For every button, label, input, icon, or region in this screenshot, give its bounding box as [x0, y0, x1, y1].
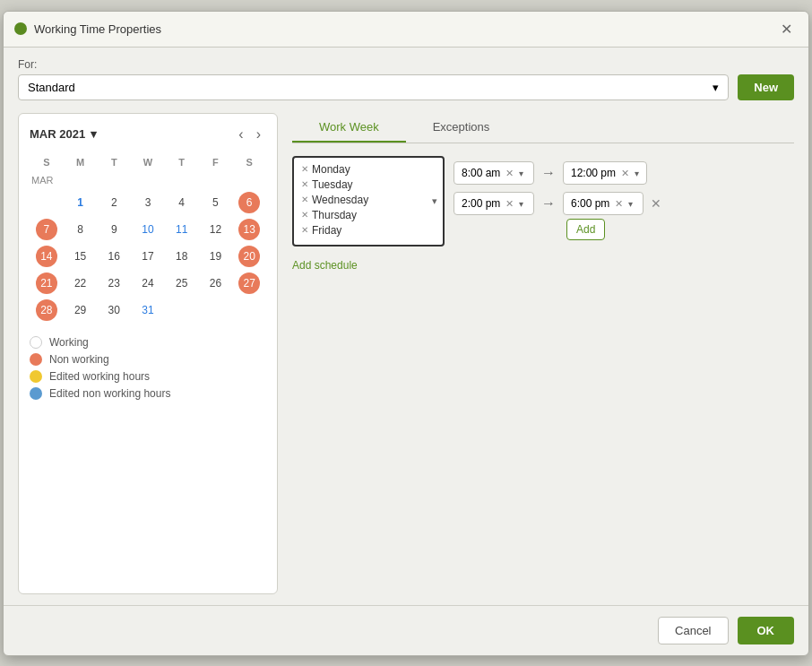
- day-select-arrow-icon: ▾: [432, 195, 437, 207]
- cal-cell-30[interactable]: 30: [97, 297, 131, 324]
- add-time-button[interactable]: Add: [566, 219, 605, 240]
- cal-cell-18[interactable]: 18: [165, 243, 199, 270]
- cal-cell-4[interactable]: 4: [165, 189, 199, 216]
- remove-time-row-2-button[interactable]: ✕: [651, 196, 661, 211]
- tab-exceptions[interactable]: Exceptions: [406, 113, 517, 143]
- day-header-s2: S: [232, 153, 266, 171]
- cal-cell-13[interactable]: 13: [232, 216, 266, 243]
- day-select-box[interactable]: ✕ Monday ✕ Tuesday ✕ Wednesday: [292, 156, 445, 247]
- legend-edited-working: Edited working hours: [30, 370, 266, 383]
- clear-to-time-2-icon[interactable]: ✕: [615, 198, 623, 210]
- to-time-1-dropdown-icon[interactable]: ▾: [635, 169, 639, 178]
- from-time-1-value: 8:00 am: [462, 167, 500, 179]
- day-header-w: W: [131, 153, 165, 171]
- week-row-3: 14 15 16 17 18 19 20: [30, 243, 266, 270]
- clear-from-time-2-icon[interactable]: ✕: [505, 198, 514, 210]
- day-headers-row: S M T W T F S: [30, 153, 266, 171]
- day-header-t2: T: [165, 153, 199, 171]
- tab-work-week-label: Work Week: [319, 120, 379, 134]
- remove-wednesday-button[interactable]: ✕: [301, 195, 308, 204]
- remove-tuesday-button[interactable]: ✕: [301, 179, 308, 189]
- cal-cell-6[interactable]: 6: [232, 189, 266, 216]
- time-group: 8:00 am ✕ ▾ → 12:00 pm ✕ ▾: [454, 161, 661, 240]
- cal-cell-19[interactable]: 19: [199, 243, 233, 270]
- day-wednesday: Wednesday: [312, 194, 368, 206]
- cal-cell-7[interactable]: 7: [30, 216, 64, 243]
- clear-from-time-1-icon[interactable]: ✕: [505, 168, 514, 179]
- from-time-1-dropdown-icon[interactable]: ▾: [519, 169, 523, 178]
- remove-monday-button[interactable]: ✕: [301, 164, 308, 174]
- cal-cell-14[interactable]: 14: [30, 243, 64, 270]
- add-schedule-link[interactable]: Add schedule: [292, 259, 794, 272]
- to-time-1-value: 12:00 pm: [571, 167, 616, 179]
- cal-cell-23[interactable]: 23: [97, 270, 131, 297]
- cal-cell-9[interactable]: 9: [97, 216, 131, 243]
- work-week-content: ✕ Monday ✕ Tuesday ✕ Wednesday: [292, 156, 794, 272]
- day-tag-monday: ✕ Monday: [301, 163, 436, 176]
- clear-to-time-1-icon[interactable]: ✕: [621, 168, 629, 179]
- day-tag-tuesday: ✕ Tuesday: [301, 178, 436, 191]
- cancel-button[interactable]: Cancel: [658, 617, 728, 644]
- week-row-5: 28 29 30 31: [30, 297, 266, 324]
- cal-cell-22[interactable]: 22: [64, 270, 98, 297]
- time-row-2: 2:00 pm ✕ ▾ → 6:00 pm ✕ ▾ ✕: [454, 192, 661, 215]
- app-icon: [14, 22, 27, 35]
- day-tag-thursday: ✕ Thursday: [301, 209, 436, 221]
- cal-cell-21[interactable]: 21: [30, 270, 64, 297]
- legend-non-working: Non working: [30, 353, 266, 366]
- cal-cell-17[interactable]: 17: [131, 243, 165, 270]
- cal-cell-8[interactable]: 8: [64, 216, 98, 243]
- for-label: For:: [18, 58, 794, 71]
- cal-cell-27[interactable]: 27: [232, 270, 266, 297]
- to-time-1[interactable]: 12:00 pm ✕ ▾: [563, 161, 647, 185]
- ok-button[interactable]: OK: [738, 617, 795, 644]
- legend: Working Non working Edited working hours…: [30, 336, 266, 400]
- cal-cell-15[interactable]: 15: [64, 243, 98, 270]
- cal-cell-31[interactable]: 31: [131, 297, 165, 324]
- week-row-1: 1 2 3 4 5 6: [30, 189, 266, 216]
- month-dropdown-icon[interactable]: ▾: [91, 127, 97, 141]
- cal-cell-26[interactable]: 26: [199, 270, 233, 297]
- from-time-2[interactable]: 2:00 pm ✕ ▾: [454, 192, 534, 215]
- to-time-2[interactable]: 6:00 pm ✕ ▾: [563, 192, 644, 215]
- cal-cell-3[interactable]: 3: [131, 189, 165, 216]
- from-time-2-dropdown-icon[interactable]: ▾: [519, 199, 523, 209]
- cal-cell-25[interactable]: 25: [165, 270, 199, 297]
- to-time-2-value: 6:00 pm: [571, 197, 609, 210]
- cal-cell-11[interactable]: 11: [165, 216, 199, 243]
- day-header-t1: T: [97, 153, 131, 171]
- new-button[interactable]: New: [738, 74, 794, 100]
- standard-select[interactable]: Standard: [18, 74, 729, 100]
- to-time-2-dropdown-icon[interactable]: ▾: [628, 199, 633, 209]
- calendar-nav: ‹ ›: [233, 125, 266, 144]
- cal-cell-12[interactable]: 12: [199, 216, 233, 243]
- right-panel: Work Week Exceptions ✕ Monday: [292, 113, 794, 594]
- next-month-button[interactable]: ›: [251, 125, 266, 144]
- cal-cell-10[interactable]: 10: [131, 216, 165, 243]
- close-button[interactable]: ✕: [775, 19, 798, 39]
- cal-cell-24[interactable]: 24: [131, 270, 165, 297]
- month-label-row: MAR: [30, 171, 266, 189]
- prev-month-button[interactable]: ‹: [233, 125, 248, 144]
- working-time-properties-dialog: Working Time Properties ✕ For: Standard …: [3, 11, 809, 656]
- arrow-right-icon-2: →: [541, 195, 556, 212]
- cal-cell-20[interactable]: 20: [232, 243, 266, 270]
- cal-cell-2[interactable]: 2: [97, 189, 131, 216]
- remove-thursday-button[interactable]: ✕: [301, 210, 308, 220]
- cal-empty-1: [165, 297, 199, 324]
- cal-cell-29[interactable]: 29: [64, 297, 98, 324]
- cal-empty-3: [232, 297, 266, 324]
- dialog-footer: Cancel OK: [4, 605, 808, 655]
- cal-cell-1[interactable]: 1: [64, 189, 98, 216]
- tab-work-week[interactable]: Work Week: [292, 113, 406, 143]
- legend-working-label: Working: [49, 336, 89, 349]
- cal-empty-2: [199, 297, 233, 324]
- cal-cell-28[interactable]: 28: [30, 297, 64, 324]
- add-time-row: Add: [454, 219, 661, 240]
- top-row: Standard New: [18, 74, 794, 100]
- legend-non-working-label: Non working: [49, 353, 109, 366]
- remove-friday-button[interactable]: ✕: [301, 225, 308, 235]
- cal-cell-5[interactable]: 5: [199, 189, 233, 216]
- cal-cell-16[interactable]: 16: [97, 243, 131, 270]
- from-time-1[interactable]: 8:00 am ✕ ▾: [454, 161, 534, 185]
